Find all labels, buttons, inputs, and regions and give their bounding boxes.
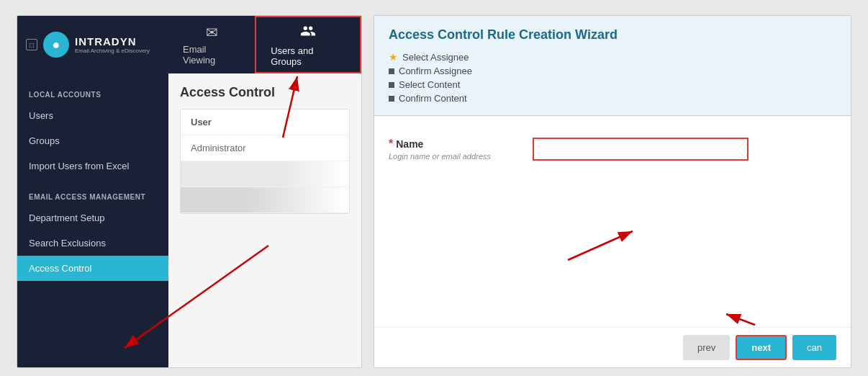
wizard-body: * Name Login name or email address	[374, 116, 851, 327]
table-row-blurred-2	[181, 187, 349, 213]
form-group-name: * Name Login name or email address	[389, 138, 836, 161]
top-nav: □ ● INTRADYN Email Archiving & eDiscover…	[17, 16, 361, 73]
wizard-step-4-label: Confirm Content	[399, 93, 467, 104]
content-table: User Administrator	[180, 109, 350, 214]
users-groups-icon	[300, 23, 316, 42]
table-row[interactable]: Administrator	[181, 135, 349, 161]
name-input[interactable]	[533, 138, 749, 161]
form-label-text: Name	[396, 138, 423, 150]
right-panel: Access Control Rule Creation Wizard ★ Se…	[374, 15, 851, 368]
window-control-btn[interactable]: □	[26, 39, 37, 50]
local-accounts-section-title: LOCAL ACCOUNTS	[17, 85, 168, 103]
prev-button[interactable]: prev	[683, 335, 730, 360]
sidebar-item-search-exclusions[interactable]: Search Exclusions	[17, 230, 168, 256]
wizard-step-4: Confirm Content	[389, 93, 836, 104]
email-access-section-title: EMAIL ACCESS MANAGEMENT	[17, 187, 168, 205]
cancel-button[interactable]: can	[792, 335, 836, 360]
logo-subtitle: Email Archiving & eDiscovery	[75, 48, 150, 54]
wizard-step-2-label: Confirm Assignee	[399, 66, 472, 76]
form-label-area: * Name Login name or email address	[389, 138, 518, 161]
left-panel: □ ● INTRADYN Email Archiving & eDiscover…	[17, 15, 362, 368]
sidebar-item-access-control[interactable]: Access Control	[17, 256, 168, 281]
sidebar: LOCAL ACCOUNTS Users Groups Import Users…	[17, 73, 168, 367]
next-button[interactable]: next	[736, 335, 787, 360]
wizard-footer: prev next can	[374, 327, 851, 367]
logo-circle: ●	[43, 32, 69, 58]
form-input-area	[533, 138, 836, 161]
logo-text-area: INTRADYN Email Archiving & eDiscovery	[75, 35, 150, 54]
form-label: * Name	[389, 138, 518, 151]
main-area: LOCAL ACCOUNTS Users Groups Import Users…	[17, 73, 361, 367]
content-panel: Access Control User Administrator	[168, 73, 361, 367]
wizard-step-1-label: Select Assignee	[402, 52, 469, 63]
email-viewing-icon: ✉	[206, 24, 218, 41]
table-header: User	[181, 109, 349, 135]
step-bullet-icon-3	[389, 82, 394, 88]
logo-area: □ ● INTRADYN Email Archiving & eDiscover…	[17, 16, 168, 73]
required-star-icon: *	[389, 138, 393, 151]
sidebar-item-users[interactable]: Users	[17, 103, 168, 128]
step-star-icon: ★	[389, 51, 398, 63]
wizard-step-3-label: Select Content	[399, 79, 460, 90]
sidebar-item-department-setup[interactable]: Department Setup	[17, 205, 168, 230]
wizard-step-1: ★ Select Assignee	[389, 51, 836, 63]
nav-item-email-viewing[interactable]: ✉ Email Viewing	[168, 16, 255, 73]
sidebar-item-import-users[interactable]: Import Users from Excel	[17, 153, 168, 179]
wizard-step-3: Select Content	[389, 79, 836, 90]
logo-title: INTRADYN	[75, 35, 150, 48]
wizard-title: Access Control Rule Creation Wizard	[389, 27, 836, 42]
nav-item-email-viewing-label: Email Viewing	[183, 44, 240, 66]
nav-item-users-groups[interactable]: Users and Groups	[255, 16, 361, 73]
logo-icon: ●	[53, 37, 60, 53]
form-hint: Login name or email address	[389, 152, 518, 161]
step-bullet-icon-2	[389, 68, 394, 74]
wizard-steps: ★ Select Assignee Confirm Assignee Selec…	[389, 51, 836, 104]
table-row-blurred-1	[181, 161, 349, 187]
wizard-step-2: Confirm Assignee	[389, 66, 836, 76]
wizard-header: Access Control Rule Creation Wizard ★ Se…	[374, 16, 851, 116]
step-bullet-icon-4	[389, 96, 394, 102]
content-title: Access Control	[180, 85, 350, 100]
right-panel-wrapper: Access Control Rule Creation Wizard ★ Se…	[374, 15, 851, 361]
nav-item-users-groups-label: Users and Groups	[271, 45, 345, 67]
nav-items: ✉ Email Viewing Users and Groups	[168, 16, 361, 73]
sidebar-item-groups[interactable]: Groups	[17, 128, 168, 153]
